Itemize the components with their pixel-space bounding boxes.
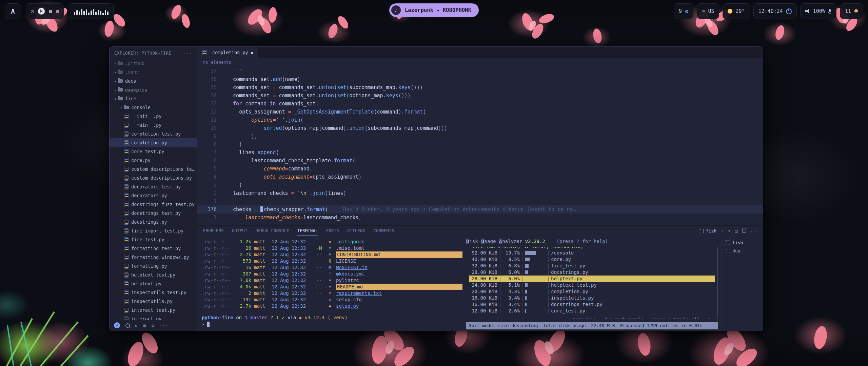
notifications-widget[interactable]: 11 [840,3,863,19]
tree-item-core_test.py[interactable]: core_test.py [110,147,197,156]
extensions-icon[interactable]: ▦ [143,323,146,328]
tree-item-custom_descriptions.py[interactable]: custom_descriptions.py [110,174,197,182]
panel-tab-gitlens[interactable]: GITLENS [347,226,365,236]
dua-row-helptext.py[interactable]: 28.00 KiB|6.0%||helptext.py [469,276,715,282]
explorer-more-icon[interactable]: ··· [183,50,192,56]
code-line-17[interactable]: 17 """ [197,67,763,75]
notes-icon[interactable]: ▤ [56,8,59,14]
tree-item-fire_test.py[interactable]: fire_test.py [110,235,197,244]
tree-item-docstrings_test.py[interactable]: docstrings_test.py [110,209,197,218]
tree-item-examples[interactable]: ▸examples [110,85,197,94]
tree-item-docs[interactable]: ▸docs [110,77,197,85]
modified-dot-icon[interactable]: ● [251,50,253,55]
panel-tab-problems[interactable]: PROBLEMS [203,226,224,236]
dua-row-docstrings_test.py[interactable]: 16.00 KiB|3.4%||docstrings_test.py [469,301,715,308]
code-line-1[interactable]: 1 [197,197,763,205]
ellipsis-icon[interactable]: ··· [159,323,167,328]
code-line-12[interactable]: 12 opts_assignment = _GetOptsAssignmentT… [197,108,763,116]
tree-item-.github[interactable]: ▸.github [110,59,197,68]
workspace-indicator[interactable]: 9 ⚙ [674,3,693,19]
panel-tab-debug-console[interactable]: DEBUG CONSOLE [256,226,289,236]
weather-widget[interactable]: 29° [723,3,750,19]
panel-tab-comments[interactable]: COMMENTS [373,226,394,236]
tree-item-formatting.py[interactable]: formatting.py [110,262,197,270]
now-playing-widget[interactable]: ♪ Lazerpunk - ROBOPHONK [389,3,479,17]
code-editor[interactable]: 17 """16 commands_set.add(name)15 comman… [197,66,763,225]
code-line-2[interactable]: 2 lastcommand_checks = '\n'.join(lines) [197,189,763,197]
chevron-down-icon[interactable]: ▾ [728,228,731,233]
tree-item-completion.py[interactable]: completion.py [110,138,197,147]
tree-item-fire_import_test.py[interactable]: fire_import_test.py [110,226,197,235]
panel-tab-terminal[interactable]: TERMINAL [297,226,318,236]
tree-item-inspectutils.py[interactable]: inspectutils.py [110,297,197,306]
code-line-15[interactable]: 15 commands_set = commands_set.union(set… [197,83,763,92]
code-line-16[interactable]: 16 commands_set.add(name) [197,75,763,83]
tree-item-interact.py[interactable]: interact.py [110,314,197,320]
terminal-profile-chip[interactable]: fish [699,228,716,233]
code-line-7[interactable]: 7 lines.append( [197,148,763,157]
file-listing-row-pylintrc: .rw-r--r--7.0kmatt12 Aug 12:32--≡pylintr… [202,277,462,284]
split-terminal-icon[interactable]: ◫ [735,228,738,233]
terminal-list-item-fish[interactable]: fish [722,239,763,247]
debug-icon[interactable]: ▷ [135,323,138,328]
launcher-button[interactable]: A [5,3,21,19]
tree-item-helptext.py[interactable]: helptext.py [110,279,197,288]
tree-item-inspectutils_test.py[interactable]: inspectutils_test.py [110,288,197,297]
terminal-fish-pane[interactable]: .rw-r--r--1.2kmatt12 Aug 12:32--◈.gitign… [197,236,462,331]
dua-row-completion.py[interactable]: 20.00 KiB|4.3%||completion.py [469,288,715,295]
code-line-13[interactable]: 13 for command in commands_set: [197,100,763,108]
screen-record-icon[interactable]: ◎ [31,8,34,14]
remote-icon[interactable]: ⚡ [114,322,120,328]
tab-completion-py[interactable]: completion.py ● [197,47,259,58]
kill-terminal-icon[interactable] [742,229,746,233]
keyboard-layout-widget[interactable]: ⌨ US [697,3,719,19]
code-line-1[interactable]: 1 lastcommand_checks=lastcommand_checks, [197,214,763,222]
tree-item-formatting_test.py[interactable]: formatting_test.py [110,244,197,253]
terminal-dua-pane[interactable]: Disk Usage Analyzer v2.29.2 (press ? for… [462,236,721,331]
dua-row-core_test.py[interactable]: 12.00 KiB|2.6%||core_test.py [469,308,715,314]
dua-row-docstrings.py[interactable]: 28.00 KiB|6.0%||docstrings.py [469,269,715,276]
tree-item-docstrings_fuzz_test.py[interactable]: docstrings_fuzz_test.py [110,200,197,209]
apps-grid-icon[interactable]: ▦ [49,8,52,14]
code-line-14[interactable]: 14 commands_set = commands_set.union(set… [197,92,763,100]
tree-item-docstrings.py[interactable]: docstrings.py [110,218,197,226]
tree-item-completion_test.py[interactable]: completion_test.py [110,129,197,138]
tree-item-__main__.py[interactable]: __main__.py [110,121,197,129]
code-line-8[interactable]: 8 ) [197,140,763,148]
tree-item-interact_test.py[interactable]: interact_test.py [110,306,197,314]
code-line-176[interactable]: 176 checks = check_wrapper.format(David … [197,205,763,214]
tree-item-decorators.py[interactable]: decorators.py [110,191,197,200]
panel-more-icon[interactable]: ··· [750,228,758,233]
tree-item-core.py[interactable]: core.py [110,156,197,165]
code-line-4[interactable]: 4 opts_assignment=opts_assignment) [197,173,763,181]
code-line-9[interactable]: 9 ), [197,132,763,140]
dua-row-/console[interactable]: 92.00 KiB|19.7%||/console [469,250,715,256]
clock-widget[interactable]: 12:40:24 [753,3,797,19]
dua-row-fire_test.py[interactable]: 32.00 KiB|6.8%||fire_test.py [469,263,715,269]
code-line-5[interactable]: 5 command=command, [197,165,763,173]
tree-item-.venv[interactable]: ▸.venv [110,68,197,77]
code-line-6[interactable]: 6 lastcommand_check_template.format( [197,157,763,165]
dua-row-core.py[interactable]: 40.00 KiB|8.5%||core.py [469,256,715,263]
new-terminal-button[interactable]: + [721,228,724,233]
tree-item-fire[interactable]: ▾fire [110,94,197,103]
search-icon[interactable] [125,323,130,328]
dua-row-inspectutils.py[interactable]: 16.00 KiB|3.4%||inspectutils.py [469,295,715,301]
dua-row-helptext_test.py[interactable]: 24.00 KiB|5.1%||helptext_test.py [469,282,715,288]
tree-item-console[interactable]: ▸console [110,103,197,112]
tree-item-decorators_test.py[interactable]: decorators_test.py [110,182,197,191]
panel-tab-ports[interactable]: PORTS [326,226,339,236]
terminal-list-item-dua[interactable]: dua [722,247,763,255]
volume-widget[interactable]: 100% [800,3,836,19]
notion-icon[interactable]: N [38,8,45,15]
tree-item-custom_descriptions_test.py[interactable]: custom_descriptions_test.py [110,165,197,174]
code-line-11[interactable]: 11 options=' '.join( [197,116,763,124]
settings-gear-icon[interactable]: ⚙ [152,323,154,328]
code-line-3[interactable]: 3 ) [197,181,763,189]
tree-item-__init__.py[interactable]: __init__.py [110,112,197,121]
tree-item-formatting_windows.py[interactable]: formatting_windows.py [110,253,197,262]
panel-tab-output[interactable]: OUTPUT [232,226,248,236]
code-line-10[interactable]: 10 sorted(options_map[command].union(sub… [197,124,763,132]
shell-input-line[interactable]: › [202,322,462,327]
tree-item-helptext_test.py[interactable]: helptext_test.py [110,270,197,279]
